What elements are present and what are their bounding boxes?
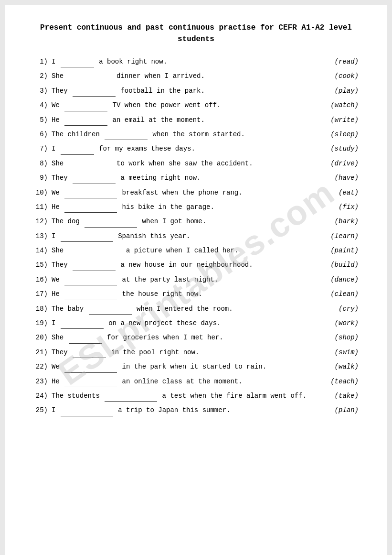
- item-sentence: The baby when I entered the room.: [52, 304, 325, 315]
- item-sentence: He an online class at the moment.: [52, 376, 325, 387]
- fill-in-blank[interactable]: [64, 274, 117, 285]
- item-number: 18): [33, 304, 52, 314]
- item-hint: (teach): [325, 376, 359, 387]
- item-hint: (cry): [325, 304, 359, 314]
- fill-in-blank[interactable]: [69, 158, 112, 169]
- list-item: 7)I for my exams these days.(study): [33, 143, 359, 154]
- item-number: 3): [33, 86, 52, 96]
- list-item: 6)The children when the storm started.(s…: [33, 129, 359, 140]
- fill-in-blank[interactable]: [69, 71, 112, 82]
- title-line1: Present continuous and past continuous p…: [40, 23, 352, 32]
- item-hint: (sleep): [325, 129, 359, 140]
- item-sentence: They football in the park.: [52, 86, 325, 97]
- list-item: 16)We at the party last night.(dance): [33, 274, 359, 285]
- fill-in-blank[interactable]: [64, 187, 117, 198]
- list-item: 1)I a book right now.(read): [33, 56, 359, 67]
- item-number: 20): [33, 332, 52, 343]
- fill-in-blank[interactable]: [61, 231, 113, 242]
- item-number: 8): [33, 158, 52, 169]
- item-sentence: She a picture when I called her.: [52, 245, 325, 256]
- list-item: 5)He an email at the moment.(write): [33, 115, 359, 126]
- item-hint: (build): [325, 260, 359, 270]
- fill-in-blank[interactable]: [85, 216, 137, 227]
- exercise-list: 1)I a book right now.(read)2)She dinner …: [33, 56, 359, 416]
- fill-in-blank[interactable]: [105, 391, 157, 402]
- list-item: 22)We in the park when it started to rai…: [33, 361, 359, 372]
- item-sentence: I a book right now.: [52, 56, 325, 67]
- fill-in-blank[interactable]: [64, 361, 117, 372]
- list-item: 17)He the house right now.(clean): [33, 289, 359, 300]
- item-hint: (dance): [325, 274, 359, 285]
- item-number: 5): [33, 115, 52, 125]
- fill-in-blank[interactable]: [73, 347, 106, 358]
- list-item: 23)He an online class at the moment.(tea…: [33, 376, 359, 387]
- item-number: 2): [33, 71, 52, 81]
- fill-in-blank[interactable]: [105, 129, 148, 140]
- fill-in-blank[interactable]: [73, 260, 116, 271]
- list-item: 3)They football in the park.(play): [33, 86, 359, 97]
- item-sentence: He his bike in the garage.: [52, 202, 325, 213]
- fill-in-blank[interactable]: [61, 56, 94, 67]
- fill-in-blank[interactable]: [64, 376, 117, 387]
- item-sentence: The students a test when the fire alarm …: [52, 391, 325, 402]
- item-number: 12): [33, 216, 52, 227]
- list-item: 4)We TV when the power went off.(watch): [33, 100, 359, 111]
- item-hint: (read): [325, 56, 359, 67]
- item-sentence: The dog when I got home.: [52, 216, 325, 227]
- item-sentence: They in the pool right now.: [52, 347, 325, 358]
- item-number: 19): [33, 318, 52, 328]
- item-number: 22): [33, 361, 52, 372]
- fill-in-blank[interactable]: [73, 173, 116, 184]
- list-item: 25)I a trip to Japan this summer.(plan): [33, 405, 359, 416]
- item-hint: (fix): [325, 202, 359, 212]
- fill-in-blank[interactable]: [64, 289, 117, 300]
- item-sentence: They a meeting right now.: [52, 173, 325, 184]
- item-number: 16): [33, 274, 52, 285]
- item-number: 10): [33, 187, 52, 198]
- item-sentence: We at the party last night.: [52, 274, 325, 285]
- item-number: 15): [33, 260, 52, 270]
- item-hint: (cook): [325, 71, 359, 81]
- title-line2: students: [178, 35, 214, 44]
- fill-in-blank[interactable]: [64, 202, 117, 213]
- fill-in-blank[interactable]: [73, 86, 116, 97]
- item-sentence: He an email at the moment.: [52, 115, 325, 126]
- item-hint: (study): [325, 143, 359, 154]
- list-item: 14)She a picture when I called her.(pain…: [33, 245, 359, 256]
- item-hint: (write): [325, 115, 359, 125]
- item-number: 9): [33, 173, 52, 183]
- list-item: 21)They in the pool right now.(swim): [33, 347, 359, 358]
- item-hint: (swim): [325, 347, 359, 358]
- fill-in-blank[interactable]: [89, 304, 132, 315]
- fill-in-blank[interactable]: [61, 318, 104, 329]
- list-item: 12)The dog when I got home.(bark): [33, 216, 359, 227]
- fill-in-blank[interactable]: [64, 115, 107, 126]
- item-sentence: The children when the storm started.: [52, 129, 325, 140]
- item-number: 11): [33, 202, 52, 212]
- item-number: 6): [33, 129, 52, 140]
- item-sentence: We breakfast when the phone rang.: [52, 187, 325, 198]
- list-item: 24)The students a test when the fire ala…: [33, 391, 359, 402]
- item-hint: (work): [325, 318, 359, 328]
- item-hint: (drive): [325, 158, 359, 169]
- item-hint: (clean): [325, 289, 359, 299]
- fill-in-blank[interactable]: [61, 143, 94, 154]
- item-number: 24): [33, 391, 52, 401]
- item-number: 21): [33, 347, 52, 358]
- item-hint: (eat): [325, 187, 359, 198]
- list-item: 8)She to work when she saw the accident.…: [33, 158, 359, 169]
- item-sentence: We in the park when it started to rain.: [52, 361, 325, 372]
- list-item: 20)She for groceries when I met her.(sho…: [33, 332, 359, 343]
- list-item: 18)The baby when I entered the room.(cry…: [33, 304, 359, 315]
- item-number: 23): [33, 376, 52, 387]
- worksheet-title: Present continuous and past continuous p…: [33, 22, 359, 45]
- item-number: 25): [33, 405, 52, 415]
- fill-in-blank[interactable]: [69, 332, 102, 343]
- fill-in-blank[interactable]: [61, 405, 113, 416]
- item-sentence: They a new house in our neighbourhood.: [52, 260, 325, 271]
- item-number: 14): [33, 245, 52, 256]
- item-hint: (paint): [325, 245, 359, 256]
- fill-in-blank[interactable]: [69, 245, 121, 256]
- list-item: 9)They a meeting right now.(have): [33, 173, 359, 184]
- fill-in-blank[interactable]: [64, 100, 107, 111]
